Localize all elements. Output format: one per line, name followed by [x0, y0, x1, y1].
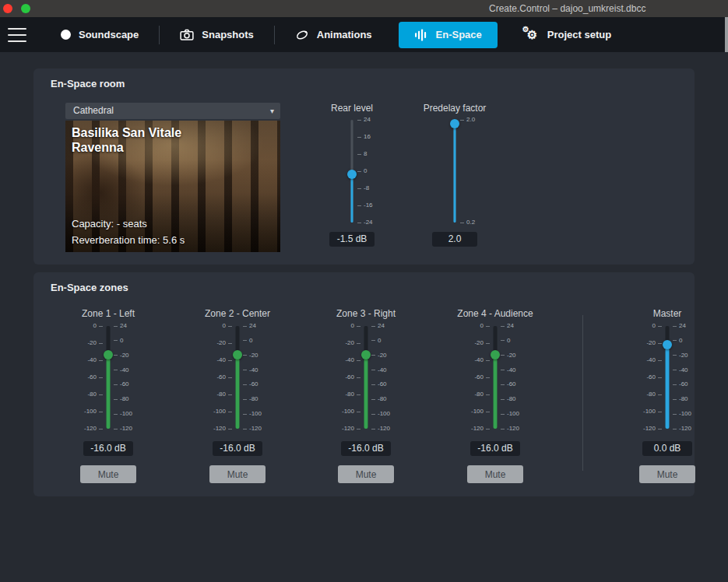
rear-level-slider-group: Rear level 241680-8-16-24 -1.5 dB [305, 103, 399, 247]
predelay-slider-group: Predelay factor 2.00.2 2.0 [408, 103, 501, 247]
mute-button[interactable]: Mute [80, 465, 136, 483]
tab-soundscape[interactable]: Soundscape [40, 22, 159, 48]
mute-button[interactable]: Mute [209, 465, 266, 483]
fader-handle[interactable] [104, 350, 113, 359]
zone-label: Zone 1 - Left [82, 308, 135, 320]
enspace-icon [414, 29, 428, 41]
mute-button[interactable]: Mute [467, 465, 523, 483]
slider-fill [454, 124, 456, 223]
main-nav: Soundscape Snapshots Animations [0, 17, 728, 52]
room-select-value: Cathedral [73, 105, 114, 116]
zone-label: Zone 3 - Right [336, 308, 396, 320]
zone-value[interactable]: -16.0 dB [470, 441, 520, 456]
title-bar: Create.Control – dajoo_umkreist.dbcc [0, 0, 728, 17]
zone-4-group: Zone 4 - Audience 0-20-40-60-80-100-120 … [448, 308, 542, 483]
slider-handle[interactable] [347, 170, 357, 179]
soundscape-icon [61, 30, 71, 40]
zone-value[interactable]: -16.0 dB [83, 441, 133, 456]
tab-project-setup[interactable]: ⚙⚙ Project setup [504, 22, 631, 48]
rear-level-label: Rear level [331, 103, 373, 114]
master-fader[interactable]: 0-20-40-60-80-100-120 240-20-40-60-80-10… [627, 326, 708, 429]
zone-label: Zone 2 - Center [205, 308, 270, 320]
zone-2-group: Zone 2 - Center 0-20-40-60-80-100-120 24… [191, 308, 284, 483]
tab-label: En-Space [436, 29, 482, 40]
zone-fader[interactable]: 0-20-40-60-80-100-120 240-20-40-60-80-10… [197, 326, 278, 429]
fader-scale-left: 0-20-40-60-80-100-120 [631, 326, 662, 429]
zoom-window-button[interactable] [21, 4, 30, 13]
tab-animations[interactable]: Animations [275, 22, 392, 48]
tab-enspace[interactable]: En-Space [399, 22, 498, 48]
room-reverberation-text: Reverberation time: 5.6 s [72, 234, 185, 246]
close-window-button[interactable] [3, 4, 12, 13]
slider-fill [351, 174, 353, 223]
zone-1-group: Zone 1 - Left 0-20-40-60-80-100-120 240-… [62, 308, 155, 483]
room-name-overlay: Basilika San Vitale Ravenna [72, 125, 181, 155]
slider-handle[interactable] [450, 119, 459, 128]
tab-label: Snapshots [202, 29, 253, 40]
room-capacity-text: Capacity: - seats [72, 218, 147, 230]
zone-fader[interactable]: 0-20-40-60-80-100-120 240-20-40-60-80-10… [68, 326, 149, 429]
zone-value[interactable]: -16.0 dB [213, 441, 262, 456]
enspace-room-panel: En-Space room Cathedral ▾ Basilika San V… [33, 68, 695, 265]
master-value[interactable]: 0.0 dB [642, 441, 692, 456]
rear-level-slider[interactable]: 241680-8-16-24 [311, 120, 392, 223]
master-divider [582, 315, 583, 471]
predelay-slider[interactable]: 2.00.2 [414, 120, 495, 223]
window-title: Create.Control – dajoo_umkreist.dbcc [489, 3, 645, 14]
fader-scale-left: 0-20-40-60-80-100-120 [459, 326, 490, 429]
master-group: Master 0-20-40-60-80-100-120 240-20-40-6… [621, 308, 714, 483]
fader-scale-left: 0-20-40-60-80-100-120 [201, 326, 232, 429]
gears-icon: ⚙⚙ [524, 28, 540, 42]
app-window: Create.Control – dajoo_umkreist.dbcc Sou… [0, 0, 728, 582]
tab-label: Animations [317, 29, 372, 40]
fader-fill [236, 355, 240, 429]
room-select-dropdown[interactable]: Cathedral ▾ [65, 103, 280, 119]
fader-handle[interactable] [663, 340, 672, 349]
hamburger-menu-icon[interactable] [8, 28, 26, 42]
zone-value[interactable]: -16.0 dB [341, 441, 391, 456]
fader-scale-right: 240-20-40-60-80-100-120 [501, 326, 532, 429]
tab-label: Project setup [547, 29, 611, 40]
chevron-down-icon: ▾ [270, 103, 274, 119]
fader-handle[interactable] [233, 350, 242, 359]
camera-icon [180, 29, 194, 40]
tab-label: Soundscape [79, 29, 139, 40]
fader-scale-right: 240-20-40-60-80-100-120 [114, 326, 145, 429]
zone-label: Master [653, 308, 682, 320]
rear-level-value[interactable]: -1.5 dB [329, 232, 375, 247]
mute-button[interactable]: Mute [338, 465, 394, 483]
fader-scale-right: 240-20-40-60-80-100-120 [673, 326, 704, 429]
fader-fill [107, 355, 111, 429]
tab-snapshots[interactable]: Snapshots [160, 22, 273, 48]
window-edge-highlight [725, 17, 728, 52]
fader-scale-left: 0-20-40-60-80-100-120 [72, 326, 103, 429]
zone-3-group: Zone 3 - Right 0-20-40-60-80-100-120 240… [319, 308, 413, 483]
animations-icon [295, 28, 309, 42]
fader-fill [364, 355, 368, 429]
fader-handle[interactable] [361, 350, 371, 359]
fader-scale-left: 0-20-40-60-80-100-120 [329, 326, 360, 429]
fader-fill [666, 345, 670, 429]
fader-scale-right: 240-20-40-60-80-100-120 [371, 326, 403, 429]
predelay-label: Predelay factor [424, 103, 487, 114]
fader-fill [494, 355, 498, 429]
enspace-zones-panel: En-Space zones Zone 1 - Left 0-20-40-60-… [33, 272, 695, 496]
room-preview-image: Basilika San Vitale Ravenna Capacity: - … [65, 121, 280, 252]
fader-scale-right: 240-20-40-60-80-100-120 [243, 326, 274, 429]
mute-button[interactable]: Mute [639, 465, 695, 483]
slider-scale: 2.00.2 [460, 120, 491, 223]
fader-handle[interactable] [491, 350, 500, 359]
predelay-value[interactable]: 2.0 [432, 232, 477, 247]
zone-fader[interactable]: 0-20-40-60-80-100-120 240-20-40-60-80-10… [455, 326, 536, 429]
room-panel-title: En-Space room [51, 78, 125, 89]
zone-label: Zone 4 - Audience [457, 308, 533, 320]
zone-fader[interactable]: 0-20-40-60-80-100-120 240-20-40-60-80-10… [325, 326, 406, 429]
zones-panel-title: En-Space zones [51, 282, 128, 293]
slider-scale: 241680-8-16-24 [357, 120, 389, 223]
